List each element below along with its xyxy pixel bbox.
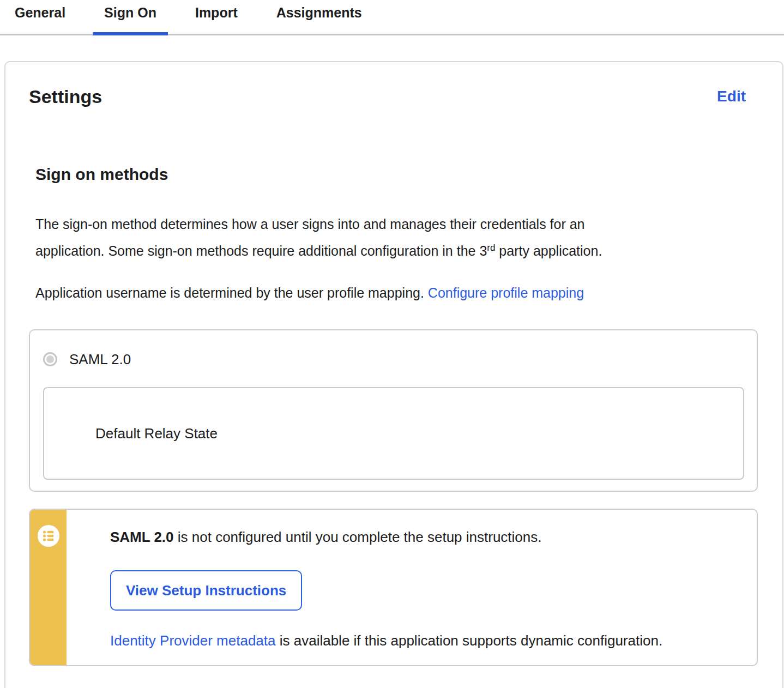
tab-sign-on[interactable]: Sign On <box>93 0 168 34</box>
sign-on-description: The sign-on method determines how a user… <box>35 211 744 264</box>
view-setup-instructions-button[interactable]: View Setup Instructions <box>110 570 302 611</box>
identity-provider-metadata-link[interactable]: Identity Provider metadata <box>110 632 276 649</box>
saml-method-box: SAML 2.0 Default Relay State <box>29 329 758 492</box>
saml-not-configured-callout: SAML 2.0 is not configured until you com… <box>29 509 758 666</box>
saml-radio-label: SAML 2.0 <box>69 351 131 367</box>
setup-instructions-list-icon <box>38 525 59 547</box>
description-line1: The sign-on method determines how a user… <box>35 216 585 232</box>
metadata-line: Identity Provider metadata is available … <box>110 631 735 650</box>
tab-general[interactable]: General <box>3 0 77 34</box>
username-mapping-text: Application username is determined by th… <box>35 285 428 300</box>
sign-on-methods-heading: Sign on methods <box>35 164 759 185</box>
default-relay-state-box: Default Relay State <box>43 387 744 480</box>
callout-content: SAML 2.0 is not configured until you com… <box>67 510 757 665</box>
saml-radio-row: SAML 2.0 <box>43 351 744 367</box>
description-line2: application. Some sign-on methods requir… <box>35 243 487 258</box>
tab-import[interactable]: Import <box>184 0 249 34</box>
app-tabbar: General Sign On Import Assignments <box>0 0 784 35</box>
callout-message-rest: is not configured until you complete the… <box>174 529 542 545</box>
tab-assignments[interactable]: Assignments <box>265 0 373 34</box>
saml-radio-button[interactable] <box>43 352 57 366</box>
description-superscript: rd <box>487 243 495 253</box>
username-mapping-line: Application username is determined by th… <box>35 280 744 306</box>
edit-link[interactable]: Edit <box>717 88 746 105</box>
default-relay-state-label: Default Relay State <box>95 425 218 442</box>
settings-title: Settings <box>29 85 102 108</box>
metadata-line-text: is available if this application support… <box>276 632 663 649</box>
configure-profile-mapping-link[interactable]: Configure profile mapping <box>428 285 584 300</box>
callout-yellow-strip <box>30 510 67 665</box>
settings-card: Settings Edit Sign on methods The sign-o… <box>4 61 783 688</box>
description-line2-end: party application. <box>495 243 602 258</box>
callout-message: SAML 2.0 is not configured until you com… <box>110 528 735 546</box>
callout-message-bold: SAML 2.0 <box>110 529 174 545</box>
settings-card-header: Settings Edit <box>29 62 759 108</box>
